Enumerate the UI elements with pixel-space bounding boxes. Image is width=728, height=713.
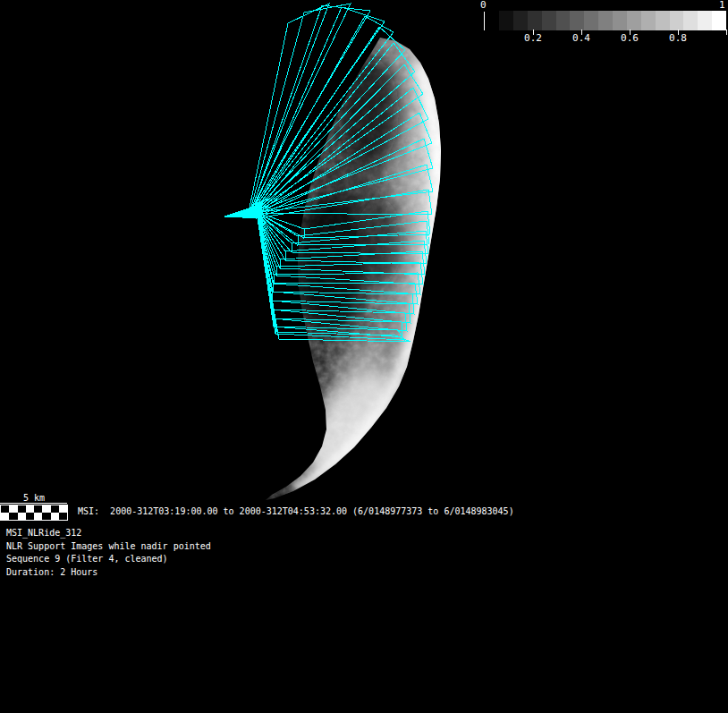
checker-cell	[34, 513, 42, 520]
colorbar-step	[528, 11, 542, 30]
colorbar-tick-label: 0.8	[662, 33, 694, 44]
checker-cell	[42, 505, 50, 513]
colorbar-step	[627, 11, 641, 30]
colorbar-step	[556, 11, 571, 30]
colorbar-tick	[726, 30, 727, 35]
scale-bar-checkerboard	[0, 505, 68, 521]
info-line: Duration: 2 Hours	[6, 566, 211, 580]
checker-cell	[9, 513, 17, 520]
info-line: NLR Support Images while nadir pointed	[6, 540, 211, 554]
checker-cell	[18, 513, 26, 520]
colorbar-step	[656, 11, 670, 30]
checker-cell	[51, 513, 59, 520]
viewport: 0 1 0.20.40.60.8 5 km MSI: 2000-312T03:1…	[0, 0, 728, 713]
checker-cell	[1, 513, 9, 520]
colorbar: 0 1 0.20.40.60.8	[472, 0, 728, 50]
checker-cell	[42, 513, 50, 520]
checker-cell	[59, 505, 67, 513]
checker-cell	[9, 505, 17, 513]
info-line: Sequence 9 (Filter 4, cleaned)	[6, 553, 211, 566]
colorbar-gradient	[499, 11, 726, 30]
checker-cell	[1, 505, 9, 513]
scale-bar-line	[0, 503, 67, 504]
colorbar-step	[513, 11, 528, 30]
convergence-arrow	[224, 204, 262, 218]
colorbar-step	[683, 11, 698, 30]
colorbar-tick-label: 0.2	[517, 33, 549, 44]
sequence-info-block: MSI_NLRide_312NLR Support Images while n…	[6, 527, 211, 579]
colorbar-step	[584, 11, 598, 30]
checker-cell	[18, 505, 26, 513]
colorbar-step	[598, 11, 613, 30]
surface-texture	[259, 31, 447, 510]
colorbar-step	[570, 11, 584, 30]
colorbar-step	[641, 11, 656, 30]
checker-cell	[26, 513, 34, 520]
checker-cell	[59, 513, 67, 520]
colorbar-min-label: 0	[480, 0, 487, 11]
colorbar-step	[698, 11, 712, 30]
colorbar-step	[712, 11, 726, 30]
scale-bar-label: 5 km	[0, 493, 68, 503]
colorbar-step	[542, 11, 556, 30]
colorbar-tick-label: 0.6	[614, 33, 646, 44]
colorbar-step	[670, 11, 684, 30]
checker-cell	[26, 505, 34, 513]
colorbar-tick-label: 0.4	[565, 33, 597, 44]
checker-cell	[51, 505, 59, 513]
observation-time-range: MSI: 2000-312T03:19:00.00 to 2000-312T04…	[78, 506, 514, 517]
asteroid-view	[0, 0, 728, 713]
colorbar-max-label: 1	[719, 0, 725, 11]
info-line: MSI_NLRide_312	[6, 527, 211, 540]
checker-cell	[34, 505, 42, 513]
asteroid-body	[259, 31, 447, 510]
colorbar-step	[499, 11, 513, 30]
colorbar-step	[613, 11, 627, 30]
colorbar-zero-tick	[484, 12, 485, 30]
